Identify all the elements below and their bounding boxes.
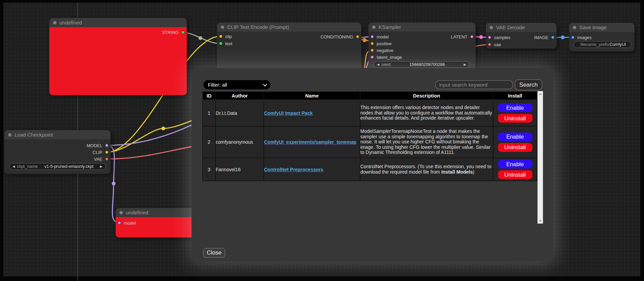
search-input[interactable]	[435, 80, 513, 89]
extensions-table-body: 1Dr.Lt.DataComfyUI Impact PackThis exten…	[203, 100, 537, 181]
output-port-clip[interactable]	[105, 151, 109, 154]
node-status-dot-icon	[490, 26, 493, 29]
node-body-error: model	[116, 217, 199, 238]
seed-widget[interactable]: ◀ seed 156680208700286 ▶	[374, 61, 469, 68]
widget-name: filename_prefix	[580, 42, 609, 47]
decrement-arrow-icon[interactable]: ◀	[377, 63, 379, 66]
widget-value: v1-5-pruned-emaonly.ckpt	[38, 164, 100, 169]
output-port-conditioning[interactable]	[356, 35, 359, 38]
uninstall-button[interactable]: Uninstall	[498, 143, 532, 152]
uninstall-button[interactable]: Uninstall	[498, 114, 532, 123]
extension-row: 1Dr.Lt.DataComfyUI Impact PackThis exten…	[203, 100, 537, 126]
column-header-description: Description	[360, 92, 493, 100]
node-header[interactable]: Load Checkpoint	[4, 130, 111, 139]
input-label: vae	[494, 42, 501, 47]
uninstall-button[interactable]: Uninstall	[498, 170, 532, 179]
scroll-up-icon[interactable]	[538, 91, 543, 96]
comfyui-app: undefined STRING CLIP Text Encode (Promp…	[0, 0, 644, 281]
input-port-positive[interactable]	[370, 42, 374, 45]
node-header[interactable]: KSampler	[368, 22, 476, 32]
node-body: images filename_prefix ComfyUI	[569, 32, 634, 51]
cell-id: 1	[203, 100, 216, 126]
input-label: latent_image	[377, 55, 402, 60]
node-title: undefined	[126, 210, 148, 215]
output-label: CLIP	[93, 150, 102, 155]
filter-select-value: Filter: all	[208, 82, 227, 88]
extension-row: 2comfyanonymousComfyUI_experiments/sampl…	[203, 126, 537, 158]
cell-install: EnableUninstall	[493, 126, 537, 158]
output-port-model[interactable]	[105, 144, 109, 147]
output-port-vae[interactable]	[105, 157, 109, 161]
ckpt-name-widget[interactable]: ◀ ckpt_name v1-5-pruned-emaonly.ckpt ▶	[9, 163, 106, 170]
node-undefined-bottom[interactable]: undefined model	[116, 208, 199, 238]
cell-name: ComfyUI Impact Pack	[264, 100, 360, 126]
node-header[interactable]: undefined	[116, 208, 199, 217]
node-load-checkpoint[interactable]: Load Checkpoint MODEL CLIP VAE ◀ ckpt_na…	[4, 130, 111, 174]
column-header-id: ID	[203, 92, 216, 100]
node-title: VAE Decode	[496, 24, 525, 30]
cell-author: Dr.Lt.Data	[216, 100, 264, 126]
cell-description: ControlNet Preprocessors. (To use this e…	[360, 158, 493, 181]
node-status-dot-icon	[573, 26, 576, 29]
extensions-table-wrap: IDAuthorNameDescriptionInstall 1Dr.Lt.Da…	[202, 91, 538, 225]
filter-select[interactable]: Filter: all	[203, 80, 270, 89]
enable-button[interactable]: Enable	[498, 103, 532, 112]
extension-link[interactable]: ComfyUI Impact Pack	[264, 110, 313, 116]
output-label: CONDITIONING	[320, 34, 353, 39]
output-label: STRING	[162, 30, 179, 35]
search-button[interactable]: Search	[515, 79, 542, 90]
column-header-name: Name	[264, 92, 360, 100]
input-label: text	[225, 41, 232, 46]
node-save-image[interactable]: Save Image images filename_prefix ComfyU…	[569, 23, 634, 51]
input-port-images[interactable]	[571, 36, 575, 39]
output-label: MODEL	[87, 143, 102, 148]
input-port-model[interactable]	[118, 221, 121, 225]
node-header[interactable]: Save Image	[569, 23, 634, 32]
input-label: model	[124, 221, 136, 226]
extension-link[interactable]: ComfyUI_experiments/sampler_tonemap	[264, 139, 357, 145]
extension-row: 3Fannovel16ControlNet PreprocessorsContr…	[203, 158, 537, 181]
filename-prefix-widget[interactable]: filename_prefix ComfyUI	[574, 41, 631, 48]
cell-author: comfyanonymous	[216, 126, 264, 158]
input-label: samples	[494, 35, 510, 40]
widget-value: 156680208700286	[391, 62, 464, 67]
node-title: KSampler	[379, 24, 401, 30]
input-port-text[interactable]	[219, 42, 222, 45]
next-arrow-icon[interactable]: ▶	[100, 165, 102, 168]
node-vae-decode[interactable]: VAE Decode samples vae IMAGE	[486, 23, 557, 49]
output-port-latent[interactable]	[470, 35, 474, 38]
enable-button[interactable]: Enable	[498, 160, 532, 169]
cell-id: 3	[203, 158, 216, 181]
output-label: VAE	[94, 157, 102, 162]
output-port-string[interactable]	[181, 31, 185, 34]
extension-link[interactable]: ControlNet Preprocessors	[264, 167, 323, 172]
input-port-model[interactable]	[370, 35, 374, 38]
cell-install: EnableUninstall	[493, 100, 537, 126]
node-header[interactable]: CLIP Text Encode (Prompt)	[217, 22, 361, 32]
column-header-install: Install	[493, 92, 537, 100]
output-port-image[interactable]	[551, 36, 555, 39]
node-header[interactable]: VAE Decode	[486, 23, 557, 32]
prev-arrow-icon[interactable]: ◀	[13, 165, 15, 168]
input-port-latent-image[interactable]	[370, 55, 374, 59]
input-port-negative[interactable]	[370, 49, 374, 52]
widget-value: ComfyUI	[609, 42, 628, 47]
node-title: Save Image	[579, 24, 607, 30]
widget-name: ckpt_name	[17, 164, 38, 169]
node-status-dot-icon	[53, 21, 56, 24]
enable-button[interactable]: Enable	[498, 133, 532, 141]
widget-name: seed	[381, 62, 391, 67]
cell-id: 2	[203, 126, 216, 158]
input-port-clip[interactable]	[219, 35, 222, 38]
input-port-samples[interactable]	[488, 36, 491, 39]
input-label: positive	[377, 41, 392, 46]
extensions-table: IDAuthorNameDescriptionInstall 1Dr.Lt.Da…	[202, 91, 537, 181]
close-button[interactable]: Close	[203, 248, 225, 258]
increment-arrow-icon[interactable]: ▶	[464, 63, 466, 66]
input-label: clip	[225, 34, 232, 39]
node-header[interactable]: undefined	[49, 18, 187, 27]
input-port-vae[interactable]	[488, 43, 491, 46]
node-undefined-top[interactable]: undefined STRING	[49, 18, 187, 95]
table-scrollbar[interactable]	[538, 91, 543, 224]
scroll-down-icon[interactable]	[538, 218, 543, 224]
